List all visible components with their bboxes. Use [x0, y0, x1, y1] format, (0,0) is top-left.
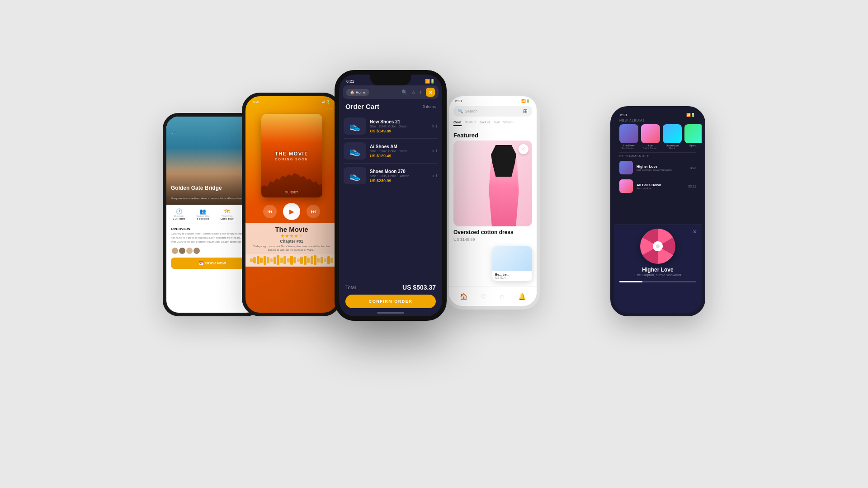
item-name: Shoes Moon 370: [370, 169, 429, 174]
movie-header: ···: [245, 104, 338, 114]
item-price: US $129.49: [370, 154, 429, 158]
total-amount: US $503.37: [402, 284, 436, 291]
progress-fill: [619, 281, 642, 282]
new-albums-label: NEW ALBUMS: [614, 118, 702, 123]
hero-title: Golden Gate Bridge: [171, 185, 222, 191]
search-icon: 🔍: [458, 109, 463, 113]
item-name: Ai Shoes AM: [370, 144, 429, 149]
category-tabs: Coat T-Shirt Jacket Suit Watch: [449, 118, 537, 129]
vinyl: [640, 229, 675, 264]
cart-item: 👟 New Shoes 21 Size : EU42, Color : Gree…: [344, 114, 438, 139]
item-price: US $149.89: [370, 129, 429, 133]
product-info: Oversized cotton dress US $149.89: [449, 226, 537, 243]
product-name: Oversized cotton dress: [453, 229, 532, 236]
track-list: Higher Love Eric Clapton, Steve Winwood …: [614, 159, 702, 195]
notch: [370, 75, 411, 85]
browser-icons: 🔍 ☆ ↑: [401, 89, 422, 95]
search-icon[interactable]: 🔍: [401, 89, 408, 95]
now-playing-title: Higher Love: [642, 267, 673, 273]
quote: "6 days ago, astronaut Mark Watney becam…: [251, 244, 332, 253]
status-bar: 6:21 📶🔋: [449, 96, 537, 104]
close-tab-button[interactable]: ✕: [426, 88, 435, 97]
featured-image: ♡: [453, 141, 532, 226]
cat-watch[interactable]: Watch: [503, 120, 513, 126]
item-info: Ai Shoes AM Size : EU42, Color : Green U…: [370, 144, 429, 158]
item-meta: Size : EU36, Color : Starfish: [370, 174, 429, 178]
movie-poster: THE MOVIE COMING SOON SUNSET: [261, 114, 322, 197]
cart-count: 3 items: [423, 104, 436, 109]
nav-home[interactable]: 🏠: [460, 293, 467, 300]
cart-item: 👟 Ai Shoes AM Size : EU42, Color : Green…: [344, 139, 438, 164]
album-item[interactable]: Liar Carlos Cabris...: [641, 124, 660, 150]
albums-row: The River Eric Clapton... Liar Carlos Ca…: [614, 123, 702, 152]
movie-name: The Movie: [251, 225, 332, 233]
cat-jacket[interactable]: Jacket: [479, 120, 490, 126]
product-price: US $149.89: [453, 237, 532, 242]
cart-footer: Total US $503.37 CONFIRM ORDER: [339, 280, 442, 310]
cat-tshirt[interactable]: T-Shirt: [465, 120, 476, 126]
chapter: Chapter #01: [251, 239, 332, 244]
item-name: New Shoes 21: [370, 119, 429, 124]
confirm-order-button[interactable]: CONFIRM ORDER: [345, 295, 436, 308]
nav-heart[interactable]: ♡: [481, 293, 486, 300]
second-product: Be... tre... US $14...: [492, 246, 532, 281]
item-qty: x 1: [432, 124, 438, 128]
cat-suit[interactable]: Suit: [493, 120, 500, 126]
cart-title: Order Cart: [345, 103, 379, 110]
progress-bar[interactable]: [619, 281, 696, 282]
poster-title: THE MOVIE: [275, 150, 308, 157]
browser-tab[interactable]: 🏠Home: [346, 89, 369, 96]
album-item[interactable]: Downtown Mac k: [663, 124, 682, 150]
item-image: 👟: [344, 117, 366, 135]
phone-cart: 6:21 📶🔋 🏠Home 🔍 ☆ ↑ ✕: [335, 70, 447, 321]
item-image: 👟: [344, 142, 366, 160]
star-icon[interactable]: ☆: [411, 89, 416, 95]
album-item[interactable]: The River Eric Clapton...: [619, 124, 638, 150]
next-button[interactable]: ⏭: [307, 205, 320, 218]
home-indicator: [377, 312, 404, 314]
item-qty: x 1: [432, 174, 438, 178]
track-item[interactable]: All Falls Down Alan Walker 03:21: [619, 177, 696, 195]
recommended-label: RECOMMENDED: [614, 153, 702, 159]
screen: 6:21 📶🔋 🏠Home 🔍 ☆ ↑ ✕: [339, 75, 442, 316]
controls: ⏮ ▶ ⏭: [245, 200, 338, 223]
album-item[interactable]: Symp...: [684, 124, 702, 150]
nav-star[interactable]: ☆: [499, 293, 505, 300]
item-meta: Size : EU42, Color : Green: [370, 150, 429, 153]
cart-items: 👟 New Shoes 21 Size : EU42, Color : Gree…: [339, 114, 442, 280]
status-bar: 6:21 📶🔋: [614, 110, 702, 118]
share-icon[interactable]: ↑: [420, 89, 422, 95]
item-info: Shoes Moon 370 Size : EU36, Color : Star…: [370, 169, 429, 183]
cart-item: 👟 Shoes Moon 370 Size : EU36, Color : St…: [344, 164, 438, 188]
phone-movie: 6:21 📶🔋 ··· THE MOVIE COMING SOON SUNSET…: [242, 93, 341, 316]
item-info: New Shoes 21 Size : EU42, Color : Green …: [370, 119, 429, 133]
featured-title: Featured: [449, 129, 537, 141]
expand-icon[interactable]: ⊞: [523, 108, 528, 114]
prev-button[interactable]: ⏮: [263, 205, 277, 218]
movie-stars: ★★★★☆: [251, 233, 332, 239]
poster-date: SUNSET: [261, 191, 322, 194]
status-bar: 6:21 📶🔋: [245, 96, 338, 104]
track-item[interactable]: Higher Love Eric Clapton, Steve Winwood …: [619, 159, 696, 177]
item-price: US $239.99: [370, 178, 429, 183]
now-playing-artist: Eric Clapton, Steve Winwood: [634, 273, 681, 277]
waveform: [245, 254, 338, 267]
heart-button[interactable]: ♡: [519, 144, 528, 154]
phone-music: 6:21 📶🔋 NEW ALBUMS The River Eric Clapto…: [610, 106, 705, 316]
cart-header: Order Cart 3 items: [339, 102, 442, 114]
back-button[interactable]: ←: [171, 129, 177, 136]
item-image: 👟: [344, 167, 366, 184]
browser-bar: 🏠Home 🔍 ☆ ↑ ✕: [343, 85, 439, 99]
second-product-info: Be... tre... US $14...: [492, 271, 532, 281]
close-button[interactable]: ✕: [693, 229, 697, 235]
phone-fashion: 6:21 📶🔋 🔍 Search ⊞ Coat T-Shirt Jacket S…: [445, 93, 540, 310]
cat-coat[interactable]: Coat: [453, 120, 462, 126]
play-button[interactable]: ▶: [283, 203, 300, 220]
total-row: Total US $503.37: [345, 284, 436, 291]
now-playing: ✕ Higher Love Eric Clapton, Steve Winwoo…: [614, 225, 702, 313]
poster-subtitle: COMING SOON: [275, 158, 308, 161]
search-bar[interactable]: 🔍 Search ⊞: [453, 106, 532, 117]
nav-bell[interactable]: 🔔: [518, 293, 526, 300]
item-qty: x 1: [432, 149, 438, 153]
item-meta: Size : EU42, Color : Green: [370, 125, 429, 128]
